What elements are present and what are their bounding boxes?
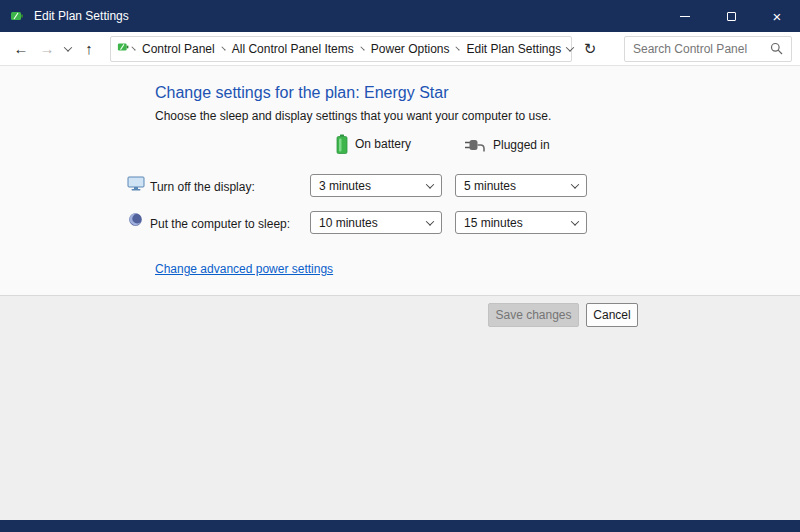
breadcrumb-item-edit-plan-settings[interactable]: Edit Plan Settings	[460, 42, 567, 56]
on-battery-label: On battery	[355, 137, 411, 151]
window-title: Edit Plan Settings	[34, 9, 129, 23]
footer: Save changes Cancel	[0, 295, 800, 520]
maximize-icon	[727, 12, 736, 21]
taskbar-edge	[0, 520, 800, 532]
page-subheading: Choose the sleep and display settings th…	[155, 109, 551, 123]
breadcrumb-item-all-items[interactable]: All Control Panel Items	[226, 42, 360, 56]
search-box[interactable]	[624, 36, 792, 62]
forward-icon: →	[40, 40, 55, 57]
save-changes-button[interactable]: Save changes	[488, 303, 579, 327]
display-row-label: Turn off the display:	[150, 180, 255, 194]
chevron-down-icon	[426, 217, 434, 225]
power-options-icon	[117, 40, 131, 58]
sleep-plugged-in-value: 15 minutes	[464, 216, 523, 230]
breadcrumb-separator-icon	[456, 46, 460, 50]
breadcrumb-item-control-panel[interactable]: Control Panel	[136, 42, 221, 56]
refresh-icon: ↻	[584, 40, 597, 58]
display-plugged-in-select[interactable]: 5 minutes	[455, 174, 587, 197]
address-bar[interactable]: Control Panel All Control Panel Items Po…	[110, 36, 572, 62]
breadcrumb-separator-icon	[360, 46, 364, 50]
search-icon[interactable]	[770, 42, 783, 55]
breadcrumb-item-power-options[interactable]: Power Options	[365, 42, 456, 56]
refresh-button[interactable]: ↻	[576, 36, 604, 62]
breadcrumb-separator-icon	[221, 46, 225, 50]
on-battery-column-header: On battery	[336, 134, 411, 154]
breadcrumb-separator-icon	[131, 46, 135, 50]
display-on-battery-select[interactable]: 3 minutes	[310, 174, 442, 197]
close-button[interactable]: ×	[754, 0, 800, 32]
maximize-button[interactable]	[708, 0, 754, 32]
plug-icon	[464, 138, 486, 152]
cancel-button[interactable]: Cancel	[586, 303, 638, 327]
chevron-down-icon	[571, 180, 579, 188]
page-heading: Change settings for the plan: Energy Sta…	[155, 84, 449, 102]
display-on-battery-value: 3 minutes	[319, 179, 371, 193]
window-controls: ×	[662, 0, 800, 32]
back-button[interactable]: ←	[8, 36, 34, 62]
history-dropdown-button[interactable]	[60, 36, 76, 62]
chevron-down-icon	[426, 180, 434, 188]
plugged-in-column-header: Plugged in	[464, 138, 550, 152]
edit-plan-settings-window: Edit Plan Settings × ← → ↑	[0, 0, 800, 532]
display-plugged-in-value: 5 minutes	[464, 179, 516, 193]
forward-button[interactable]: →	[34, 36, 60, 62]
sleep-on-battery-value: 10 minutes	[319, 216, 378, 230]
back-icon: ←	[14, 40, 29, 57]
advanced-settings-link[interactable]: Change advanced power settings	[155, 262, 333, 276]
plugged-in-label: Plugged in	[493, 138, 550, 152]
minimize-button[interactable]	[662, 0, 708, 32]
sleep-on-battery-select[interactable]: 10 minutes	[310, 211, 442, 234]
sleep-row-label: Put the computer to sleep:	[150, 217, 290, 231]
navigation-toolbar: ← → ↑ Control Panel All Control Panel It…	[0, 32, 800, 66]
window-titlebar: Edit Plan Settings ×	[0, 0, 800, 32]
power-options-app-icon	[10, 8, 26, 24]
up-icon: ↑	[85, 40, 93, 57]
battery-icon	[336, 134, 348, 154]
address-dropdown-button[interactable]	[567, 37, 573, 61]
chevron-down-icon	[64, 43, 72, 51]
minimize-icon	[680, 16, 690, 17]
search-input[interactable]	[633, 42, 770, 56]
sleep-plugged-in-select[interactable]: 15 minutes	[455, 211, 587, 234]
moon-icon	[128, 212, 143, 227]
close-icon: ×	[773, 9, 782, 24]
chevron-down-icon	[566, 43, 574, 51]
up-button[interactable]: ↑	[76, 36, 102, 62]
display-icon	[127, 176, 145, 192]
chevron-down-icon	[571, 217, 579, 225]
